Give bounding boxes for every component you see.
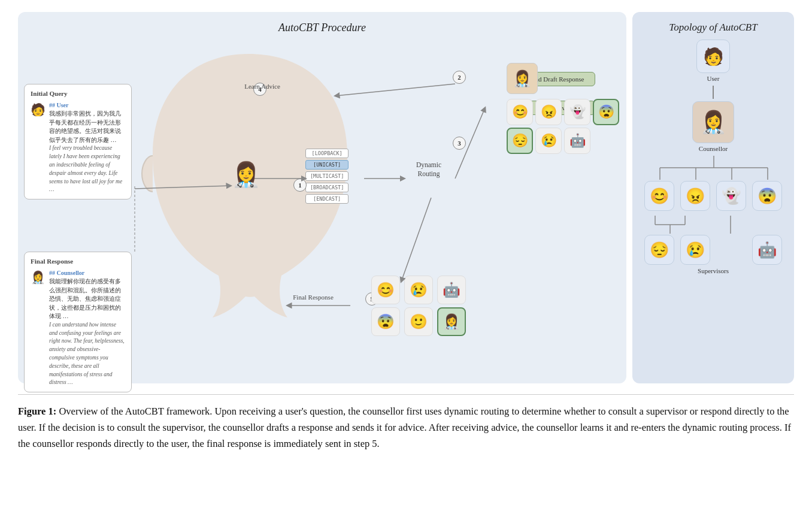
fin-em-5: 🙂 (404, 307, 433, 336)
final-response-box: Final Response 👩‍⚕️ ## Counsellor 我能理解你现… (24, 252, 132, 392)
topo-user-row: 🧑 User (642, 40, 784, 82)
sup-em-4-highlighted: 😨 (593, 99, 619, 125)
topology-panel: Topology of AutoCBT 🧑 User 👩‍⚕️ Counsell… (632, 12, 794, 383)
topo-user-node: 🧑 User (696, 40, 730, 82)
topo-user-avatar: 🧑 (696, 40, 730, 73)
sup-em-3: 👻 (564, 99, 590, 125)
topo-sup-1: 😊 (644, 181, 674, 211)
step-1-circle: 1 (293, 179, 307, 192)
topo-supervisors-label: Supervisors (642, 267, 784, 274)
fin-em-6-highlighted: 👩‍⚕️ (437, 307, 466, 336)
routing-tag-endcast: [ENDCAST] (305, 194, 349, 204)
topo-sup-4-avatar: 😨 (752, 181, 782, 211)
topo-sub-sup-1-avatar: 😔 (644, 235, 674, 265)
topo-user-label: User (707, 75, 720, 82)
topo-lines-2 (642, 216, 784, 234)
user-label: ## User (49, 101, 125, 110)
routing-box: [LOOPBACK] [UNICAST] [MULTICAST] [BROADC… (305, 149, 349, 204)
procedure-panel: AutoCBT Procedure Initial Query 🧑 ## Use… (18, 12, 626, 383)
topo-sup-2-avatar: 😠 (680, 181, 710, 211)
topo-branch-svg-2 (642, 216, 784, 234)
sup-em-6: 😢 (535, 128, 562, 154)
counsellor-avatar-proc: 👩‍⚕️ (231, 161, 261, 189)
procedure-title: AutoCBT Procedure (28, 22, 617, 34)
routing-tag-broadcast: [BROADCAST] (305, 183, 349, 192)
initial-query-title: Initial Query (31, 89, 125, 99)
final-response-title: Final Response (31, 257, 125, 267)
sup-em-2: 😠 (535, 99, 562, 125)
fin-em-4: 😨 (371, 307, 400, 336)
page-container: AutoCBT Procedure Initial Query 🧑 ## Use… (0, 0, 812, 464)
initial-query-box: Initial Query 🧑 ## User 我感到非常困扰，因为我几乎每天都… (24, 84, 132, 199)
caption-text: Overview of the AutoCBT framework. Upon … (18, 406, 791, 449)
topo-sup-1-avatar: 😊 (644, 181, 674, 211)
sup-em-7: 🤖 (564, 128, 590, 154)
sup-em-1: 😊 (507, 99, 533, 125)
initial-chinese: 我感到非常困扰，因为我几乎每天都在经历一种无法形容的绝望感。生活对我来说似乎失去… (49, 110, 125, 144)
final-chinese: 我能理解你现在的感受有多么强烈和混乱。你所描述的恐惧、无助、焦虑和强迫症状，这些… (49, 277, 125, 321)
initial-english: I feel very troubled because lately I ha… (49, 144, 125, 194)
diagram-container: AutoCBT Procedure Initial Query 🧑 ## Use… (18, 12, 794, 383)
step-3-circle: 3 (453, 137, 466, 150)
final-response-label: Final Response (286, 294, 340, 301)
topo-sub-sup-3: 🤖 (752, 235, 782, 265)
dynamic-routing-label: DynamicRouting (405, 161, 453, 179)
topo-sup-2: 😠 (680, 181, 710, 211)
topo-line-1 (642, 86, 784, 99)
fin-em-1: 😊 (371, 276, 400, 304)
learn-advice-label: Learn Advice (238, 83, 286, 90)
topo-supervisors-row2: 😔 😢 🤖 (642, 235, 784, 265)
fin-em-3: 🤖 (437, 276, 466, 304)
topo-sub-sup-1: 😔 (644, 235, 674, 265)
topology-title: Topology of AutoCBT (642, 22, 784, 34)
step-2-circle: 2 (453, 71, 466, 84)
topo-counsellor-avatar: 👩‍⚕️ (692, 101, 734, 143)
topo-counsellor-row: 👩‍⚕️ Counsellor (642, 101, 784, 152)
topo-branch-svg (642, 156, 784, 180)
topo-sub-sup-2-avatar: 😢 (680, 235, 710, 265)
supervisor-grid-top: 👩‍⚕️ 😊 😠 👻 😨 😔 😢 🤖 (507, 63, 619, 154)
topo-sub-sup-3-avatar: 🤖 (752, 235, 782, 265)
sup-em-5-highlighted: 😔 (507, 128, 533, 154)
final-emotion-grid: 😊 😢 🤖 😨 🙂 👩‍⚕️ (371, 276, 467, 336)
topo-sup-3-avatar: 👻 (716, 181, 746, 211)
routing-tag-unicast: [UNICAST] (305, 160, 349, 170)
topo-supervisors-row1: 😊 😠 👻 😨 (642, 181, 784, 211)
topo-counsellor-node: 👩‍⚕️ Counsellor (692, 101, 734, 152)
counsellor-label: ## Counsellor (49, 269, 125, 278)
svg-line-5 (401, 198, 431, 282)
caption-label: Figure 1: (18, 406, 56, 417)
topo-sup-4: 😨 (752, 181, 782, 211)
topo-lines-supervisors (642, 156, 784, 180)
final-english: I can understand how intense and confusi… (49, 321, 125, 387)
topo-counsellor-label: Counsellor (699, 145, 728, 152)
topo-sup-3: 👻 (716, 181, 746, 211)
topo-sub-sup-2: 😢 (680, 235, 710, 265)
routing-tag-multicast: [MULTICAST] (305, 171, 349, 181)
fin-em-2: 😢 (404, 276, 433, 304)
caption-area: Figure 1: Overview of the AutoCBT framew… (18, 394, 794, 452)
routing-tag-loopback: [LOOPBACK] (305, 149, 349, 158)
